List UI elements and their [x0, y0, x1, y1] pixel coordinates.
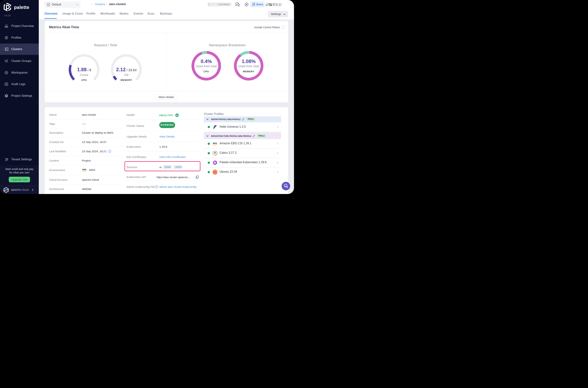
svg-text:aws: aws: [82, 168, 87, 171]
svg-text:aws: aws: [213, 142, 217, 145]
